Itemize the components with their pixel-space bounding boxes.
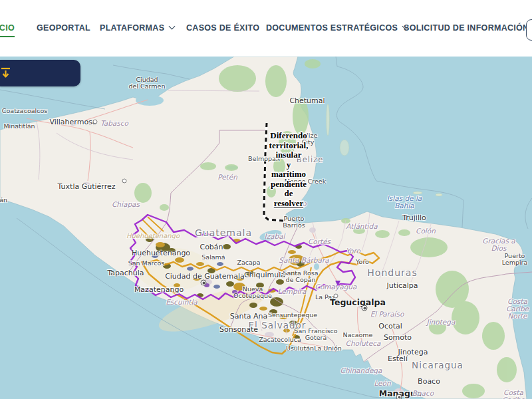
nav-item-casos-de-xito[interactable]: CASOS DE ÉXITO — [186, 23, 259, 33]
nav-item-label: INICIO — [0, 23, 15, 33]
nav-item-label: DOCUMENTOS ESTRATÉGICOS — [266, 23, 398, 33]
top-nav-bar: INICIOGEOPORTALPLATAFORMASCASOS DE ÉXITO… — [0, 0, 532, 57]
annotation-line: territorial, — [248, 141, 329, 151]
territorial-dispute-annotation: Diferendoterritorial,insularymarítimopen… — [248, 131, 329, 208]
annotation-line: marítimo — [248, 170, 329, 180]
nav-item-label: GEOPORTAL — [37, 23, 90, 33]
map-artwork — [0, 57, 532, 399]
nav-item-solicitud-de-informaci-n[interactable]: SOLICITUD DE INFORMACIÓN — [404, 23, 529, 33]
nav-item-label: SOLICITUD DE INFORMACIÓN — [404, 23, 529, 33]
annotation-line: resolver — [248, 199, 329, 209]
annotation-line: pendiente — [248, 180, 329, 190]
partial-edge-button[interactable] — [526, 19, 532, 41]
collapsed-side-panel[interactable] — [0, 60, 80, 86]
main-nav: INICIOGEOPORTALPLATAFORMASCASOS DE ÉXITO… — [0, 0, 532, 57]
chevron-down-icon — [169, 23, 176, 30]
nav-item-documentos-estrat-gicos[interactable]: DOCUMENTOS ESTRATÉGICOS — [266, 23, 408, 33]
annotation-line: insular — [248, 150, 329, 160]
nav-item-geoportal[interactable]: GEOPORTAL — [37, 23, 90, 33]
annotation-line: de — [248, 189, 329, 199]
annotation-line: Diferendo — [248, 131, 329, 141]
annotation-line: y — [248, 160, 329, 170]
nav-item-label: PLATAFORMAS — [100, 23, 164, 33]
download-arrow-icon — [0, 67, 11, 79]
map-canvas[interactable]: GuatemalaBelizeHondurasEl SalvadorNicara… — [0, 57, 532, 399]
nav-item-label: CASOS DE ÉXITO — [186, 23, 259, 33]
nav-item-inicio[interactable]: INICIO — [0, 23, 15, 33]
nav-item-plataformas[interactable]: PLATAFORMAS — [100, 23, 174, 33]
geoportal-page: INICIOGEOPORTALPLATAFORMASCASOS DE ÉXITO… — [0, 0, 532, 399]
